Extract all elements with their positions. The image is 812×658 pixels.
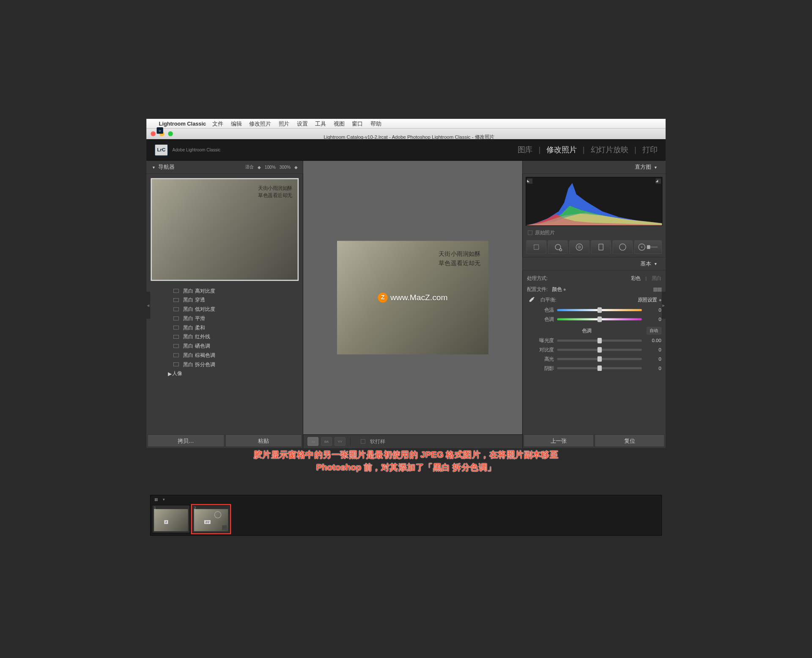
app-name[interactable]: Lightroom Classic bbox=[159, 121, 206, 127]
photo-canvas[interactable]: 天街小雨润如酥 草色遥看近却无 Z www.MacZ.com bbox=[303, 161, 522, 434]
brush-tool[interactable] bbox=[634, 240, 661, 254]
main-photo[interactable]: 天街小雨润如酥 草色遥看近却无 Z www.MacZ.com bbox=[337, 241, 488, 355]
preset-icon bbox=[173, 344, 179, 348]
left-panel-collapse-handle[interactable]: ◀ bbox=[146, 292, 150, 319]
profile-value[interactable]: 颜色 bbox=[552, 286, 562, 292]
preset-item[interactable]: 黑白 柔和 bbox=[146, 323, 303, 332]
filmstrip-panel: ▦ ▾ 1 2 2 2/2 bbox=[150, 495, 662, 536]
module-print[interactable]: 打印 bbox=[642, 145, 658, 155]
loupe-view-button[interactable]: ▭ bbox=[307, 437, 318, 445]
module-develop[interactable]: 修改照片 bbox=[546, 145, 577, 155]
histogram-header[interactable]: 直方图 ▼ bbox=[523, 161, 666, 174]
preset-item[interactable]: 黑白 高对比度 bbox=[146, 286, 303, 296]
navigator-header[interactable]: ▼ 导航器 适合◆ 100% 300%◆ bbox=[146, 161, 303, 174]
reset-button[interactable]: 复位 bbox=[595, 434, 664, 447]
filmstrip-thumb-selected[interactable]: 2 2/2 bbox=[192, 505, 230, 533]
close-window-button[interactable] bbox=[151, 132, 156, 137]
app-identity-bar: LrC Adobe Lightroom Classic 图库| 修改照片| 幻灯… bbox=[146, 139, 666, 161]
filmstrip-info[interactable]: ▦ ▾ bbox=[151, 495, 661, 503]
menu-tools[interactable]: 工具 bbox=[315, 120, 326, 127]
radial-tool[interactable] bbox=[612, 240, 632, 254]
highlights-value[interactable]: 0 bbox=[645, 356, 661, 362]
temp-value[interactable]: 0 bbox=[645, 307, 661, 313]
profile-browser-icon[interactable]: ▦▦ bbox=[653, 286, 661, 292]
histogram-chart[interactable]: ◣ ◢ bbox=[526, 177, 662, 226]
tint-slider[interactable]: 色调 0 bbox=[527, 315, 661, 324]
menu-window[interactable]: 窗口 bbox=[352, 120, 363, 127]
preset-item[interactable]: 黑白 低对比度 bbox=[146, 304, 303, 314]
before-after-tb-button[interactable]: YY bbox=[335, 437, 346, 445]
soft-proof-checkbox[interactable] bbox=[361, 439, 365, 444]
preset-icon bbox=[173, 362, 179, 366]
tint-value[interactable]: 0 bbox=[645, 316, 661, 322]
treatment-bw[interactable]: 黑白 bbox=[652, 275, 661, 282]
annotation-overlay: 胶片显示窗格中的另一张照片是最初使用的 JPEG 格式图片，在将照片副本移至 P… bbox=[173, 448, 639, 474]
eyedropper-icon[interactable] bbox=[527, 296, 535, 304]
right-panel-collapse-handle[interactable]: ▶ bbox=[662, 292, 666, 319]
chevron-down-icon[interactable]: ◆ bbox=[563, 288, 566, 291]
exposure-slider[interactable]: 曝光度 0.00 bbox=[527, 336, 661, 345]
highlight-clip-icon[interactable]: ◢ bbox=[656, 178, 661, 184]
preset-item[interactable]: 黑白 平滑 bbox=[146, 314, 303, 323]
center-toolbar: ▭ BA YY 软打样 bbox=[303, 434, 522, 448]
exposure-value[interactable]: 0.00 bbox=[645, 338, 661, 343]
stack-ring-icon bbox=[214, 511, 222, 518]
navigator-preview[interactable]: 天街小雨润如酥 草色遥看近却无 bbox=[151, 178, 299, 281]
contrast-value[interactable]: 0 bbox=[645, 347, 661, 353]
module-slideshow[interactable]: 幻灯片放映 bbox=[591, 145, 629, 155]
preset-item[interactable]: 黑白 红外线 bbox=[146, 332, 303, 342]
mask-tool[interactable] bbox=[591, 240, 611, 254]
auto-tone-button[interactable]: 自动 bbox=[647, 327, 661, 334]
disclosure-icon[interactable]: ▼ bbox=[654, 261, 658, 266]
menu-edit[interactable]: 编辑 bbox=[231, 120, 242, 127]
paste-button[interactable]: 粘贴 bbox=[225, 434, 302, 447]
module-library[interactable]: 图库 bbox=[518, 145, 533, 155]
highlights-slider[interactable]: 高光 0 bbox=[527, 354, 661, 364]
menu-help[interactable]: 帮助 bbox=[370, 120, 381, 127]
preset-icon bbox=[173, 289, 179, 293]
zoom-100[interactable]: 100% bbox=[265, 165, 276, 170]
original-photo-checkbox-row[interactable]: 原始照片 bbox=[523, 229, 666, 239]
watermark-z-icon: Z bbox=[378, 293, 388, 302]
disclosure-icon[interactable]: ▼ bbox=[152, 165, 156, 169]
chevron-down-icon[interactable]: ◆ bbox=[659, 298, 661, 302]
preset-item[interactable]: 黑白 棕褐色调 bbox=[146, 351, 303, 360]
zoom-fit[interactable]: 适合 bbox=[245, 164, 254, 170]
menu-settings[interactable]: 设置 bbox=[297, 120, 308, 127]
checkbox-icon[interactable] bbox=[528, 230, 532, 235]
treatment-color[interactable]: 彩色 bbox=[631, 275, 641, 282]
treatment-label: 处理方式: bbox=[527, 275, 548, 282]
redeye-tool[interactable] bbox=[569, 240, 589, 254]
filmstrip-thumb[interactable]: 1 2 bbox=[152, 505, 190, 533]
contrast-slider[interactable]: 对比度 0 bbox=[527, 345, 661, 354]
preset-item[interactable]: 黑白 硒色调 bbox=[146, 341, 303, 351]
preset-group[interactable]: ▶ 人像 bbox=[146, 369, 303, 378]
right-panel: 直方图 ▼ ◣ ◢ 原始照片 bbox=[522, 161, 666, 448]
previous-button[interactable]: 上一张 bbox=[524, 434, 593, 447]
watermark: Z www.MacZ.com bbox=[378, 293, 448, 302]
wb-value[interactable]: 原照设置 bbox=[638, 297, 657, 303]
menu-photo[interactable]: 照片 bbox=[279, 120, 290, 127]
spot-tool[interactable] bbox=[548, 240, 568, 254]
disclosure-icon[interactable]: ▼ bbox=[654, 165, 658, 169]
crop-tool[interactable] bbox=[527, 240, 546, 254]
before-after-lr-button[interactable]: BA bbox=[321, 437, 332, 445]
brand-text: Adobe Lightroom Classic bbox=[173, 148, 221, 153]
window-titlebar: Lr Lightroom Catalog-v10-2.lrcat - Adobe… bbox=[146, 129, 666, 140]
temp-slider[interactable]: 色温 0 bbox=[527, 305, 661, 315]
left-panel: ▼ 导航器 适合◆ 100% 300%◆ 天街小雨润如酥 草色遥看近却无 黑白 … bbox=[146, 161, 303, 448]
shadows-slider[interactable]: 阴影 0 bbox=[527, 364, 661, 373]
basic-panel-header[interactable]: 基本 ▼ bbox=[523, 258, 666, 271]
copy-button[interactable]: 拷贝… bbox=[148, 434, 224, 447]
original-photo-label: 原始照片 bbox=[535, 230, 554, 236]
shadow-clip-icon[interactable]: ◣ bbox=[527, 178, 532, 184]
menu-file[interactable]: 文件 bbox=[212, 120, 223, 127]
shadows-value[interactable]: 0 bbox=[645, 365, 661, 371]
zoom-300[interactable]: 300% bbox=[280, 165, 291, 170]
window-title: Lr Lightroom Catalog-v10-2.lrcat - Adobe… bbox=[156, 127, 661, 140]
menu-view[interactable]: 视图 bbox=[334, 120, 345, 127]
menu-develop[interactable]: 修改照片 bbox=[249, 120, 271, 127]
preset-item[interactable]: 黑白 穿透 bbox=[146, 296, 303, 305]
preset-item[interactable]: 黑白 拆分色调 bbox=[146, 360, 303, 369]
basic-panel: 处理方式: 彩色 | 黑白 配置文件: 颜色 ◆ ▦▦ 白平衡: 原照设置 ◆ bbox=[523, 270, 666, 376]
